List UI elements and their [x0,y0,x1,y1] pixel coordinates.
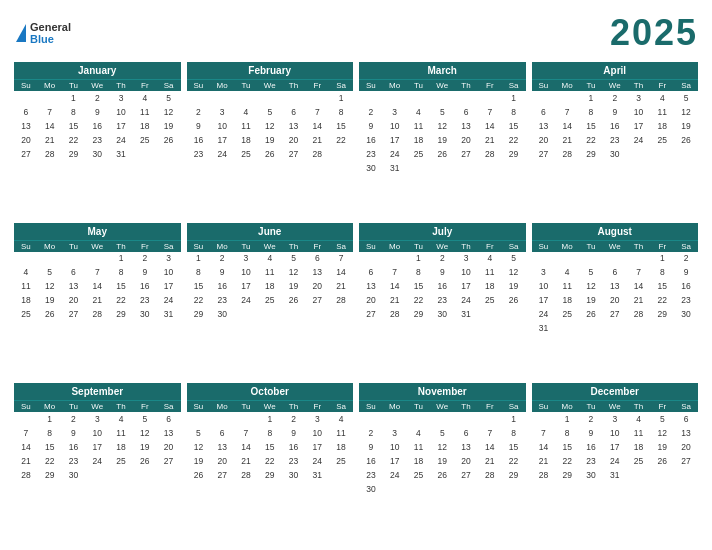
day-cell: 2 [187,105,211,119]
day-cell: 10 [210,119,234,133]
day-cell: 22 [109,294,133,308]
month-january: JanuarySuMoTuWeThFrSa1234567891011121314… [14,62,181,217]
day-cell: 27 [454,147,478,161]
day-cell: 9 [430,266,454,280]
day-cell: 21 [329,280,353,294]
day-cell [430,161,454,175]
day-cell: 27 [603,308,627,322]
day-cell: 14 [329,266,353,280]
day-cell: 7 [627,266,651,280]
day-cell [210,412,234,426]
day-cell [532,91,556,105]
day-cell: 8 [407,266,431,280]
day-cell: 29 [187,308,211,322]
day-cell: 18 [234,133,258,147]
day-cell: 19 [282,280,306,294]
day-cell [14,412,38,426]
day-cell: 10 [85,426,109,440]
day-cell: 26 [579,308,603,322]
day-cell: 7 [14,426,38,440]
day-cell: 23 [85,133,109,147]
day-cell: 8 [38,426,62,440]
day-cell: 9 [674,266,698,280]
day-cell: 9 [579,426,603,440]
day-header: Fr [305,80,329,91]
day-cell: 10 [627,105,651,119]
day-cell: 24 [454,294,478,308]
day-cell: 3 [603,412,627,426]
day-cell: 7 [478,426,502,440]
day-cell: 1 [650,252,674,266]
day-cell: 16 [359,133,383,147]
day-cell: 20 [305,280,329,294]
day-cell [674,147,698,161]
day-cell: 30 [282,469,306,483]
day-cell: 30 [603,147,627,161]
day-cell: 26 [430,469,454,483]
day-cell: 17 [627,119,651,133]
days-grid: 1234567891011121314151617181920212223242… [14,412,181,482]
day-cell: 20 [157,440,181,454]
day-cell: 21 [38,133,62,147]
day-cell: 19 [579,294,603,308]
day-cell: 6 [282,105,306,119]
day-cell: 14 [85,280,109,294]
day-cell: 13 [454,440,478,454]
day-header: We [430,241,454,252]
day-cell [478,161,502,175]
day-cell: 30 [674,308,698,322]
day-cell: 24 [627,133,651,147]
day-cell: 31 [109,147,133,161]
day-cell: 22 [38,454,62,468]
day-cell: 29 [650,308,674,322]
month-february: FebruarySuMoTuWeThFrSa123456789101112131… [187,62,354,217]
day-cell: 9 [282,426,306,440]
days-grid: 1234567891011121314151617181920212223242… [14,252,181,322]
day-cell [627,147,651,161]
day-cell [38,252,62,266]
day-cell: 24 [234,294,258,308]
month-september: SeptemberSuMoTuWeThFrSa12345678910111213… [14,383,181,538]
day-cell: 27 [359,308,383,322]
day-cell: 14 [555,119,579,133]
day-cell: 2 [359,426,383,440]
day-cell: 1 [502,412,526,426]
day-cell [532,252,556,266]
day-cell [555,252,579,266]
logo-blue: Blue [30,33,71,45]
days-grid: 1234567891011121314151617181920212223242… [187,252,354,322]
day-cell: 8 [187,266,211,280]
day-cell: 19 [157,119,181,133]
day-cell: 17 [157,280,181,294]
day-cell [430,91,454,105]
day-cell: 27 [454,469,478,483]
day-headers: SuMoTuWeThFrSa [14,79,181,91]
day-cell: 14 [627,280,651,294]
day-cell: 20 [62,294,86,308]
day-header: Su [187,241,211,252]
day-header: Su [187,401,211,412]
day-header: We [603,80,627,91]
day-cell [603,322,627,336]
day-cell: 25 [407,469,431,483]
day-cell [603,252,627,266]
day-cell: 10 [109,105,133,119]
day-cell: 11 [14,280,38,294]
day-cell: 24 [305,454,329,468]
day-cell [282,91,306,105]
day-cell [627,469,651,483]
day-cell: 13 [603,280,627,294]
day-header: Fr [650,80,674,91]
day-header: We [430,401,454,412]
day-cell: 12 [579,280,603,294]
day-cell [258,91,282,105]
day-header: Su [14,241,38,252]
day-cell: 18 [407,133,431,147]
day-cell: 12 [674,105,698,119]
day-cell: 7 [478,105,502,119]
day-header: We [85,241,109,252]
day-cell: 3 [157,252,181,266]
day-cell: 17 [109,119,133,133]
day-cell: 18 [14,294,38,308]
day-cell: 12 [38,280,62,294]
